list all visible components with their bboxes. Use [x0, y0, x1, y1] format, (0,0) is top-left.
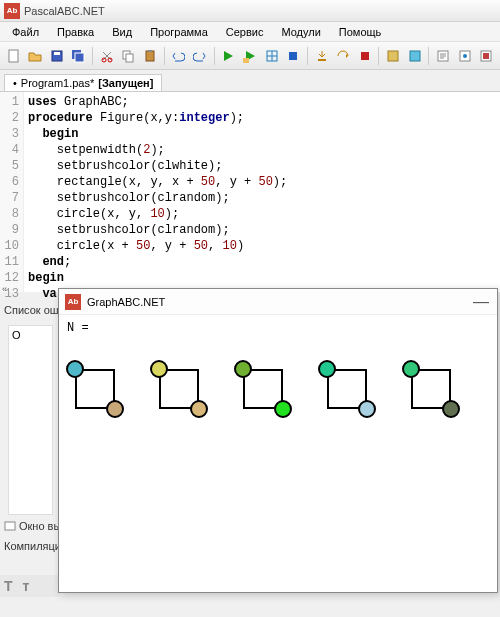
- step-into-button[interactable]: [312, 46, 332, 66]
- svg-rect-8: [126, 54, 133, 62]
- redo-button[interactable]: [190, 46, 210, 66]
- open-file-button[interactable]: [26, 46, 46, 66]
- menubar: Файл Правка Вид Программа Сервис Модули …: [0, 22, 500, 42]
- figure-circle-top: [150, 360, 168, 378]
- svg-rect-15: [361, 52, 369, 60]
- svg-rect-10: [148, 50, 152, 52]
- line-gutter: 12345678910111213: [0, 92, 24, 292]
- tool-d-button[interactable]: [455, 46, 475, 66]
- menu-program[interactable]: Программа: [142, 24, 216, 40]
- minimize-icon[interactable]: —: [473, 293, 489, 311]
- new-file-button[interactable]: [4, 46, 24, 66]
- tool-b-button[interactable]: [405, 46, 425, 66]
- output-panel-label: Окно вы: [19, 520, 61, 532]
- errors-panel-label[interactable]: Список ош: [4, 304, 59, 316]
- window-titlebar: Ab PascalABC.NET: [0, 0, 500, 22]
- paste-button[interactable]: [140, 46, 160, 66]
- svg-rect-0: [9, 50, 18, 62]
- code-editor[interactable]: 12345678910111213 uses GraphABC; procedu…: [0, 92, 500, 292]
- figure-circle-top: [402, 360, 420, 378]
- figure-circle-top: [234, 360, 252, 378]
- bottom-t1: Т: [4, 578, 13, 594]
- side-panel-text: O: [9, 326, 52, 344]
- figure-circle-bottom: [274, 400, 292, 418]
- compile-button[interactable]: [262, 46, 282, 66]
- cut-button[interactable]: [97, 46, 117, 66]
- run-button[interactable]: [219, 46, 239, 66]
- figure-circle-bottom: [442, 400, 460, 418]
- menu-view[interactable]: Вид: [104, 24, 140, 40]
- svg-rect-14: [318, 59, 326, 61]
- menu-service[interactable]: Сервис: [218, 24, 272, 40]
- window-title: PascalABC.NET: [24, 5, 105, 17]
- tool-e-button[interactable]: [476, 46, 496, 66]
- figure-circle-top: [66, 360, 84, 378]
- svg-rect-11: [243, 58, 249, 63]
- drawing-canvas: [67, 359, 489, 439]
- stop-debug-button[interactable]: [355, 46, 375, 66]
- svg-rect-2: [54, 52, 60, 55]
- menu-help[interactable]: Помощь: [331, 24, 390, 40]
- document-tabs: • Program1.pas* [Запущен]: [0, 70, 500, 92]
- toolbar: [0, 42, 500, 70]
- tab-program1[interactable]: • Program1.pas* [Запущен]: [4, 74, 162, 91]
- menu-modules[interactable]: Модули: [273, 24, 328, 40]
- stop-button[interactable]: [283, 46, 303, 66]
- output-panel-tab[interactable]: Окно вы: [4, 520, 61, 532]
- svg-rect-13: [289, 52, 297, 60]
- svg-point-20: [463, 54, 467, 58]
- menu-edit[interactable]: Правка: [49, 24, 102, 40]
- tab-modified-indicator: •: [13, 77, 17, 89]
- bottom-bar: Т т: [0, 575, 60, 597]
- svg-rect-16: [388, 51, 398, 61]
- compile-panel-tab[interactable]: Компиляци: [4, 540, 61, 552]
- n-prompt-text: N =: [67, 321, 489, 335]
- save-all-button[interactable]: [69, 46, 89, 66]
- figure-circle-bottom: [106, 400, 124, 418]
- menu-file[interactable]: Файл: [4, 24, 47, 40]
- tool-c-button[interactable]: [433, 46, 453, 66]
- app-icon: Ab: [4, 3, 20, 19]
- figure-circle-top: [318, 360, 336, 378]
- side-panel: O: [8, 325, 53, 515]
- figure-circle-bottom: [190, 400, 208, 418]
- svg-rect-22: [483, 53, 489, 59]
- graphabc-window: Ab GraphABC.NET — N =: [58, 288, 498, 593]
- figure-circle-bottom: [358, 400, 376, 418]
- svg-rect-4: [75, 53, 84, 62]
- svg-rect-23: [5, 522, 15, 530]
- save-button[interactable]: [47, 46, 67, 66]
- tab-filename: Program1.pas*: [21, 77, 94, 89]
- copy-button[interactable]: [119, 46, 139, 66]
- tool-a-button[interactable]: [383, 46, 403, 66]
- output-icon: [4, 520, 16, 532]
- code-area[interactable]: uses GraphABC; procedure Figure(x,y:inte…: [24, 92, 291, 292]
- undo-button[interactable]: [169, 46, 189, 66]
- graphabc-app-icon: Ab: [65, 294, 81, 310]
- run-without-debug-button[interactable]: [240, 46, 260, 66]
- svg-rect-17: [410, 51, 420, 61]
- graphabc-titlebar[interactable]: Ab GraphABC.NET —: [59, 289, 497, 315]
- step-over-button[interactable]: [333, 46, 353, 66]
- panel-toggle-icon[interactable]: «: [2, 284, 12, 294]
- bottom-t2: т: [23, 578, 30, 594]
- graphabc-canvas: N =: [59, 315, 497, 445]
- graphabc-title: GraphABC.NET: [87, 296, 165, 308]
- tab-run-state: [Запущен]: [98, 77, 153, 89]
- svg-rect-9: [146, 51, 154, 61]
